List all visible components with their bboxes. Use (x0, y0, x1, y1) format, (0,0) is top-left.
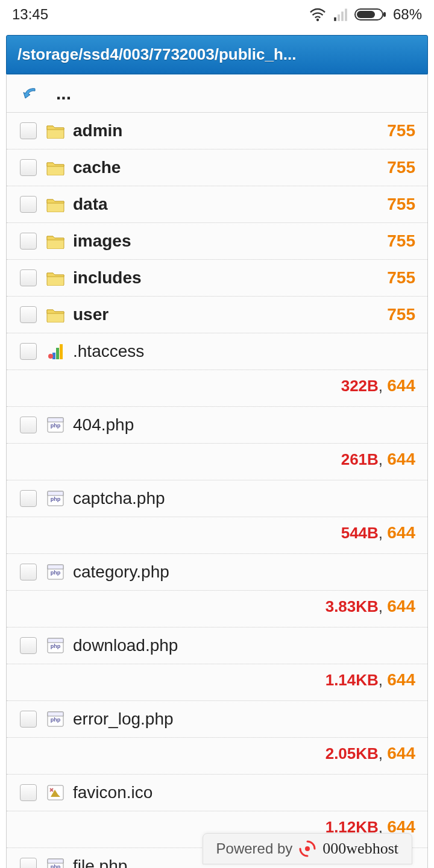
folder-icon (45, 233, 66, 249)
permissions: 644 (387, 670, 415, 690)
file-row[interactable]: .htaccess (7, 333, 427, 370)
folder-icon (45, 160, 66, 175)
svg-marker-13 (48, 418, 63, 422)
permissions: 644 (387, 523, 415, 542)
file-size: 261B (341, 450, 379, 469)
file-name: download.php (73, 636, 178, 655)
up-directory-row[interactable]: ... (7, 75, 427, 113)
svg-rect-10 (60, 344, 63, 359)
file-size: 1.14KB (326, 671, 379, 690)
folder-icon (45, 123, 66, 139)
folder-icon (45, 270, 66, 286)
file-name: favicon.ico (73, 783, 153, 802)
row-checkbox[interactable] (20, 711, 37, 728)
row-checkbox[interactable] (20, 858, 37, 868)
file-detail-row: 322B, 644 (7, 370, 427, 407)
up-directory-label: ... (56, 83, 71, 104)
row-checkbox[interactable] (20, 343, 37, 360)
file-row[interactable]: php 404.php (7, 407, 427, 444)
back-arrow-icon (20, 86, 40, 101)
row-checkbox[interactable] (20, 122, 37, 139)
file-name: category.php (73, 562, 169, 582)
permissions: 644 (387, 376, 415, 395)
file-row[interactable]: php category.php (7, 554, 427, 591)
folder-row[interactable]: includes755 (7, 260, 427, 297)
file-detail-row: 3.83KB, 644 (7, 591, 427, 627)
folder-row[interactable]: admin755 (7, 113, 427, 149)
row-checkbox[interactable] (20, 564, 37, 580)
row-checkbox[interactable] (20, 637, 37, 654)
svg-text:php: php (51, 570, 61, 576)
webhost-logo-icon (298, 840, 316, 858)
svg-rect-7 (383, 12, 386, 17)
row-checkbox[interactable] (20, 417, 37, 433)
clock: 13:45 (12, 6, 48, 23)
file-list-panel: ... admin755 cache755 data755 images755 … (6, 74, 428, 868)
svg-point-11 (48, 354, 53, 359)
row-checkbox[interactable] (20, 196, 37, 213)
php-icon: php (45, 564, 66, 580)
path-bar[interactable]: /storage/ssd4/003/7732003/public_h... (6, 35, 428, 74)
permissions: 755 (387, 305, 415, 324)
permissions: 755 (387, 158, 415, 177)
file-name: 404.php (73, 415, 134, 435)
status-bar: 13:45 68% (0, 0, 434, 29)
svg-marker-16 (48, 491, 63, 495)
row-checkbox[interactable] (20, 159, 37, 176)
svg-rect-1 (334, 17, 336, 21)
svg-point-31 (305, 846, 310, 851)
file-name: .htaccess (73, 342, 144, 361)
permissions: 644 (387, 597, 415, 616)
file-detail-row: 544B, 644 (7, 517, 427, 554)
file-row[interactable]: favicon.ico (7, 775, 427, 811)
folder-name: images (73, 231, 131, 251)
row-checkbox[interactable] (20, 490, 37, 507)
battery-pct: 68% (393, 6, 422, 23)
file-row[interactable]: php error_log.php (7, 701, 427, 738)
php-icon: php (45, 638, 66, 653)
folder-name: data (73, 195, 108, 214)
webhost-name: 000webhost (322, 840, 398, 858)
svg-text:php: php (51, 496, 61, 502)
folder-name: user (73, 305, 108, 324)
signal-icon (333, 7, 348, 22)
file-row[interactable]: php captcha.php (7, 480, 427, 517)
svg-marker-29 (48, 859, 63, 863)
permissions: 644 (387, 744, 415, 763)
folder-row[interactable]: cache755 (7, 149, 427, 186)
file-size: 3.83KB (326, 597, 379, 616)
row-checkbox[interactable] (20, 269, 37, 286)
powered-by-badge[interactable]: Powered by 000webhost (203, 833, 412, 864)
folder-name: cache (73, 158, 121, 177)
svg-rect-9 (56, 348, 59, 359)
file-name: captcha.php (73, 489, 165, 508)
folder-name: includes (73, 268, 142, 288)
permissions: 755 (387, 121, 415, 140)
folder-icon (45, 197, 66, 212)
php-icon: php (45, 491, 66, 506)
php-icon: php (45, 711, 66, 727)
svg-text:php: php (51, 423, 61, 429)
folder-row[interactable]: images755 (7, 223, 427, 260)
svg-marker-25 (48, 712, 63, 716)
file-size: 2.05KB (326, 744, 379, 763)
file-detail-row: 1.14KB, 644 (7, 664, 427, 701)
ico-icon (45, 785, 66, 800)
permissions: 755 (387, 195, 415, 214)
permissions: 755 (387, 268, 415, 288)
powered-by-label: Powered by (216, 840, 293, 857)
file-detail-row: 261B, 644 (7, 444, 427, 480)
row-checkbox[interactable] (20, 233, 37, 250)
row-checkbox[interactable] (20, 306, 37, 323)
folder-row[interactable]: data755 (7, 186, 427, 223)
svg-rect-4 (345, 8, 347, 20)
php-icon: php (45, 417, 66, 433)
folder-row[interactable]: user755 (7, 297, 427, 333)
htaccess-icon (45, 343, 66, 360)
svg-marker-19 (48, 565, 63, 569)
battery-icon (354, 7, 387, 22)
row-checkbox[interactable] (20, 784, 37, 801)
file-row[interactable]: php download.php (7, 627, 427, 664)
folder-name: admin (73, 121, 122, 140)
file-size: 322B (341, 377, 379, 395)
